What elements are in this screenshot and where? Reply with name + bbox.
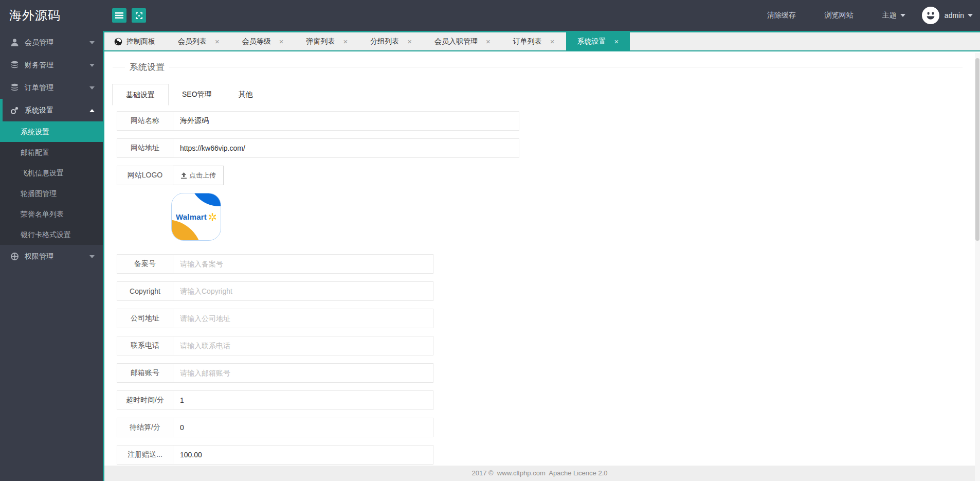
sidebar-item-label: 订单管理: [25, 76, 53, 99]
close-icon[interactable]: ×: [215, 38, 220, 45]
close-icon[interactable]: ×: [407, 38, 412, 45]
field-label: 邮箱账号: [117, 363, 173, 383]
form-row-site-url: 网站地址: [117, 138, 975, 158]
site-name-input[interactable]: [173, 111, 519, 131]
sidebar-item-permissions[interactable]: 权限管理: [0, 245, 103, 268]
sidebar-item-label: 会员管理: [25, 31, 53, 54]
tab-label: 会员入职管理: [434, 37, 478, 46]
form-row-site-logo: 网站LOGO 点击上传: [117, 166, 975, 185]
upload-button[interactable]: 点击上传: [173, 166, 224, 185]
form-row-icp: 备案号: [117, 254, 975, 274]
upload-icon: [180, 172, 187, 179]
tab-label: 控制面板: [126, 37, 155, 46]
tab-label: 弹窗列表: [306, 37, 335, 46]
scrollbar-thumb[interactable]: [975, 58, 979, 241]
user-menu[interactable]: admin: [945, 11, 973, 20]
site-logo-preview[interactable]: Walmart: [171, 193, 221, 241]
tab-seo-management[interactable]: SEO管理: [169, 84, 225, 105]
pending-settlement-input[interactable]: [173, 418, 433, 437]
theme-dropdown[interactable]: 主题: [868, 11, 915, 20]
fullscreen-icon: [135, 12, 143, 20]
field-label: 注册赠送...: [117, 445, 173, 465]
tab-system-settings[interactable]: 系统设置 ×: [566, 32, 630, 50]
tab-popup-list[interactable]: 弹窗列表 ×: [295, 32, 359, 50]
user-icon: [10, 38, 19, 47]
form-row-copyright: Copyright: [117, 281, 975, 301]
settings-tabs: 基础设置 SEO管理 其他: [112, 83, 975, 105]
sidebar-item-label: 系统设置: [25, 99, 53, 121]
sidebar-item-members[interactable]: 会员管理: [0, 31, 103, 54]
clear-cache-button[interactable]: 清除缓存: [753, 11, 810, 20]
settings-form: 网站名称 网站地址 网站LOGO 点击上传 Walmart: [117, 111, 975, 465]
walmart-wordmark: Walmart: [176, 212, 207, 221]
company-address-input[interactable]: [173, 309, 433, 328]
submenu-item-system-settings[interactable]: 系统设置: [0, 121, 103, 142]
field-label: 超时时间/分: [117, 390, 173, 410]
field-label: 备案号: [117, 254, 173, 274]
form-row-timeout: 超时时间/分: [117, 390, 975, 410]
settings-icon: [10, 106, 19, 115]
content-accent-border: [103, 31, 104, 481]
site-url-input[interactable]: [173, 138, 519, 158]
close-icon[interactable]: ×: [279, 38, 284, 45]
submenu-item-honor-list[interactable]: 荣誉名单列表: [0, 204, 103, 224]
tab-label: 订单列表: [513, 37, 542, 46]
sidebar-item-system-settings[interactable]: 系统设置: [0, 99, 103, 121]
email-account-input[interactable]: [173, 363, 433, 383]
tab-member-level[interactable]: 会员等级 ×: [231, 32, 295, 50]
tab-label: 系统设置: [577, 37, 606, 46]
sidebar-item-label: 权限管理: [25, 245, 53, 268]
scrollbar-track[interactable]: [975, 53, 980, 481]
field-label: 公司地址: [117, 309, 173, 328]
fullscreen-button[interactable]: [132, 8, 146, 23]
sidebar-item-finance[interactable]: 财务管理: [0, 54, 103, 76]
chevron-up-icon: [89, 109, 95, 112]
icp-number-input[interactable]: [173, 254, 433, 274]
toggle-sidebar-button[interactable]: [112, 8, 126, 23]
form-row-register-bonus: 注册赠送...: [117, 445, 975, 465]
browse-site-button[interactable]: 浏览网站: [810, 11, 868, 20]
field-label: 网站名称: [117, 111, 173, 131]
field-label: 网站地址: [117, 138, 173, 158]
system-settings-submenu: 系统设置 邮箱配置 飞机信息设置 轮播图管理 荣誉名单列表 银行卡格式设置: [0, 121, 103, 245]
page-title: 系统设置: [130, 61, 165, 73]
username: admin: [945, 11, 964, 20]
submenu-item-telegram-info[interactable]: 飞机信息设置: [0, 163, 103, 183]
tab-basic-settings[interactable]: 基础设置: [112, 84, 169, 105]
submenu-item-bankcard-format[interactable]: 银行卡格式设置: [0, 224, 103, 245]
divider: [113, 67, 125, 67]
timeout-minutes-input[interactable]: [173, 390, 433, 410]
register-bonus-input[interactable]: [173, 445, 433, 465]
close-icon[interactable]: ×: [343, 38, 348, 45]
tab-group-list[interactable]: 分组列表 ×: [359, 32, 423, 50]
tab-dashboard[interactable]: 控制面板: [103, 32, 167, 50]
chevron-down-icon: [968, 14, 973, 17]
close-icon[interactable]: ×: [614, 38, 619, 45]
chevron-down-icon: [89, 255, 95, 258]
sidebar-item-orders[interactable]: 订单管理: [0, 76, 103, 99]
avatar[interactable]: [922, 7, 939, 24]
submenu-item-mail-config[interactable]: 邮箱配置: [0, 142, 103, 163]
form-row-contact-phone: 联系电话: [117, 336, 975, 355]
chevron-down-icon: [89, 41, 95, 44]
hamburger-icon: [115, 12, 123, 19]
tab-order-list[interactable]: 订单列表 ×: [502, 32, 566, 50]
copyright-input[interactable]: [173, 281, 433, 301]
tab-member-entry[interactable]: 会员入职管理 ×: [423, 32, 502, 50]
form-row-pending-settlement: 待结算/分: [117, 418, 975, 437]
tab-member-list[interactable]: 会员列表 ×: [167, 32, 231, 50]
walmart-spark-icon: [208, 213, 216, 221]
chevron-down-icon: [89, 86, 95, 90]
form-row-company-address: 公司地址: [117, 309, 975, 328]
field-label: 网站LOGO: [117, 166, 173, 185]
sidebar-item-label: 财务管理: [25, 54, 53, 76]
submenu-item-carousel[interactable]: 轮播图管理: [0, 183, 103, 204]
tab-label: 分组列表: [370, 37, 399, 46]
database-icon: [10, 83, 19, 92]
close-icon[interactable]: ×: [486, 38, 491, 45]
sidebar: 海外源码 会员管理 财务管理 订单管理: [0, 0, 103, 481]
tab-other[interactable]: 其他: [225, 84, 266, 105]
contact-phone-input[interactable]: [173, 336, 433, 355]
close-icon[interactable]: ×: [550, 38, 555, 45]
window-tabstrip: 控制面板 会员列表 × 会员等级 × 弹窗列表 × 分组列表 × 会员入职管理 …: [103, 31, 980, 51]
